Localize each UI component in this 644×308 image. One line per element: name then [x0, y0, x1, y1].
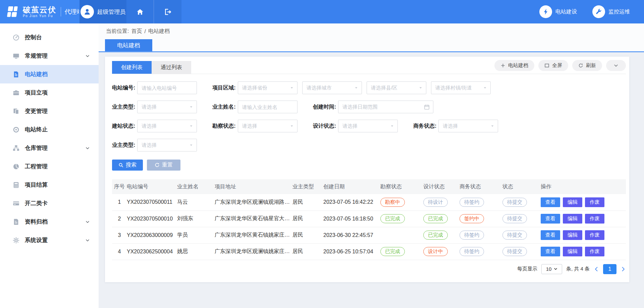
status-badge: 待签约	[460, 231, 484, 240]
per-page-select[interactable]: 10	[541, 264, 562, 274]
void-button[interactable]: 作废	[585, 197, 604, 207]
user-menu[interactable]: 超级管理员	[79, 0, 126, 23]
nav-station-build[interactable]: 电站建设	[539, 5, 577, 18]
build-status-select[interactable]: 请选择	[137, 120, 197, 132]
nav-monitor-ops[interactable]: 监控运维	[592, 5, 630, 18]
status-badge: 设计中	[423, 247, 448, 256]
breadcrumb-home-link[interactable]: 首页	[131, 28, 142, 35]
sidebar-item-type2-card[interactable]: 开二类卡	[0, 194, 99, 212]
fullscreen-button[interactable]: 全屏	[538, 60, 568, 71]
main-content: 当前位置: 首页 / 电站建档 电站建档 创建列表通过列表 电站建档全屏刷新 电…	[99, 23, 644, 308]
create-time-input[interactable]: 请选择日期范围	[338, 101, 433, 113]
owner-type-select[interactable]: 请选择	[137, 101, 197, 113]
design-status-select[interactable]: 请选择	[338, 120, 398, 132]
void-button[interactable]: 作废	[585, 230, 604, 240]
nav-label: 监控运维	[608, 8, 630, 15]
status-badge: 已完成	[423, 231, 448, 240]
lightning-icon	[539, 5, 552, 18]
next-page-button[interactable]	[621, 266, 626, 272]
chevron-down-icon	[85, 146, 90, 150]
created-cell: 2023-06-30 22:45:57	[323, 227, 380, 243]
city-select[interactable]: 请选择城市	[302, 81, 362, 94]
prev-page-button[interactable]	[594, 266, 599, 272]
status-badge: 待签约	[460, 247, 484, 256]
sidebar-item-station-archive[interactable]: 电站建档	[0, 65, 99, 83]
status-badge: 待提交	[502, 247, 527, 256]
tab-passed[interactable]: 通过列表	[152, 61, 191, 74]
view-button[interactable]: 查看	[541, 214, 560, 224]
owner_type-cell: 居民	[292, 243, 323, 260]
reset-button[interactable]: 重置	[147, 160, 180, 171]
refresh-button[interactable]: 刷新	[572, 60, 602, 71]
station-code-input[interactable]	[137, 81, 197, 94]
filter-group-owner-type-2: 业主类型:请选择	[112, 139, 197, 151]
monitor-icon	[13, 53, 19, 59]
owner-cell: 马云	[177, 194, 215, 210]
province-select[interactable]: 请选择省份	[238, 81, 298, 94]
caret-down-icon	[189, 124, 193, 128]
sidebar-item-station-termination[interactable]: 电站终止	[0, 120, 99, 139]
filter-group-design-status: 设计状态:请选择	[313, 120, 398, 132]
view-button[interactable]: 查看	[541, 247, 560, 256]
table-row: 3YX2023063000009学员广东深圳龙华区黄石镇姚家庄…居民2023-0…	[112, 227, 626, 243]
logo-text: 破茧云伏 Po Jian Yun Fu	[23, 6, 56, 18]
survey-status-select[interactable]: 请选择	[238, 120, 298, 132]
owner-cell: 姚思	[177, 243, 215, 260]
wrench-icon	[592, 5, 605, 18]
sidebar-item-warehouse-management[interactable]: 仓库管理	[0, 139, 99, 157]
edit-button[interactable]: 编辑	[563, 197, 582, 207]
pagination: 每页显示 10 条, 共 4 条 1	[112, 264, 626, 274]
reset-icon	[155, 163, 160, 168]
sidebar-item-change-management[interactable]: 变更管理	[0, 102, 99, 120]
business-status-select[interactable]: 请选择	[438, 120, 498, 132]
seq-cell: 3	[112, 227, 127, 243]
filter-row: 业主类型:请选择	[112, 139, 626, 151]
void-button[interactable]: 作废	[585, 214, 604, 224]
archive-icon	[13, 219, 19, 225]
sidebar-item-data-archive[interactable]: 资料归档	[0, 212, 99, 231]
top-header: 破茧云伏 Po Jian Yun Fu 代理端 超级管理员 电站建设监控运维	[0, 0, 644, 23]
sidebar-item-console[interactable]: 控制台	[0, 28, 99, 47]
logo[interactable]: 破茧云伏 Po Jian Yun Fu 代理端	[0, 0, 79, 23]
owner-cell: 学员	[177, 227, 215, 243]
owner-type-2-select[interactable]: 请选择	[137, 139, 197, 151]
created-cell: 2023-07-05 16:42:22	[323, 194, 380, 210]
logout-button[interactable]	[154, 0, 181, 23]
void-button[interactable]: 作废	[585, 247, 604, 256]
create-station-button[interactable]: 电站建档	[494, 60, 534, 71]
tab-created[interactable]: 创建列表	[112, 61, 152, 74]
document-icon	[13, 71, 19, 78]
edit-button[interactable]: 编辑	[563, 214, 582, 224]
sidebar-item-engineering-management[interactable]: 工程管理	[0, 157, 99, 176]
breadcrumb-prefix: 当前位置:	[106, 28, 129, 35]
filter-group-city: 请选择城市	[302, 81, 362, 94]
edit-button[interactable]: 编辑	[563, 230, 582, 240]
search-button[interactable]: 搜索	[112, 160, 143, 171]
owner-name-input[interactable]	[238, 101, 298, 113]
per-page-label: 每页显示	[517, 266, 537, 272]
content-card: 创建列表通过列表 电站建档全屏刷新 电站编号:项目区域:请选择省份请选择城市请选…	[105, 57, 629, 282]
table-header-row: 序号电站编号业主姓名项目地址业主类型创建日期勘察状态设计状态商务状态状态操作	[112, 179, 626, 194]
collapse-button[interactable]	[606, 60, 626, 71]
sidebar-item-label: 常规管理	[25, 52, 85, 60]
edit-button[interactable]: 编辑	[563, 247, 582, 256]
nav-label: 电站建设	[555, 8, 577, 15]
card-icon	[13, 200, 19, 207]
home-button[interactable]	[126, 0, 154, 23]
sidebar-item-project-initiation[interactable]: 项目立项	[0, 83, 99, 102]
sidebar-item-system-settings[interactable]: 系统设置	[0, 231, 99, 249]
date-placeholder: 请选择日期范围	[342, 104, 424, 110]
caret-down-icon	[290, 124, 294, 128]
view-button[interactable]: 查看	[541, 230, 560, 240]
settings-icon	[13, 237, 19, 244]
current-page[interactable]: 1	[603, 264, 616, 274]
town-select[interactable]: 请选择村镇/街道	[431, 81, 491, 94]
sidebar-item-general-management[interactable]: 常规管理	[0, 47, 99, 65]
county-select[interactable]: 请选择县/区	[367, 81, 426, 94]
column-header: 商务状态	[460, 179, 502, 194]
sidebar-item-label: 电站建档	[25, 70, 90, 78]
sidebar-item-project-settlement[interactable]: 项目结算	[0, 176, 99, 194]
view-button[interactable]: 查看	[541, 197, 560, 207]
status-cell: 签约中	[460, 210, 502, 227]
page-tab[interactable]: 电站建档	[105, 39, 152, 51]
